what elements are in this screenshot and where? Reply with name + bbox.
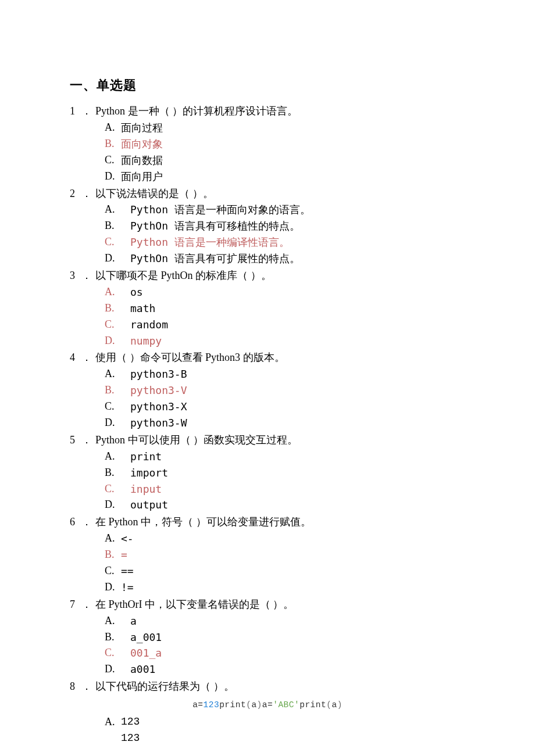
option: A.python3-B	[70, 366, 465, 382]
option-text: ==	[121, 563, 465, 579]
question: 8．以下代码的运行结果为（ ）。a=123print(a)a='ABC'prin…	[70, 679, 465, 746]
question-number: 1	[70, 103, 81, 120]
option-label: A.	[105, 366, 130, 382]
question-dot: ．	[81, 679, 95, 695]
question-line: 4．使用（ ）命令可以查看 Python3 的版本。	[70, 350, 465, 366]
question: 6．在 Python 中，符号（ ）可以给变量进行赋值。A.<-B.=C.==D…	[70, 514, 465, 595]
question-line: 1．Python 是一种（ ）的计算机程序设计语言。	[70, 103, 465, 120]
option-label: A.	[105, 202, 130, 218]
option-label: A.	[105, 284, 130, 300]
option: D.numpy	[70, 333, 465, 349]
option: A.os	[70, 284, 465, 300]
question-number: 4	[70, 350, 81, 366]
option-subline: 123	[70, 730, 465, 747]
question: 7．在 PythOrI 中，以下变量名错误的是（ ）。A.aB.a_001C.0…	[70, 597, 465, 678]
option: D.面向用户	[70, 169, 465, 185]
option-text: =	[121, 547, 465, 563]
option: D.PythOn 语言具有可扩展性的特点。	[70, 250, 465, 267]
option-text: Python 语言是一种面向对象的语言。	[130, 202, 465, 218]
option: A.面向过程	[70, 120, 465, 136]
option-text: input	[130, 481, 465, 497]
question-stem: 在 Python 中，符号（ ）可以给变量进行赋值。	[95, 514, 465, 531]
option: B.=	[70, 547, 465, 563]
option-label: C.	[105, 234, 130, 250]
option: A.<-	[70, 531, 465, 547]
option: B.import	[70, 465, 465, 481]
section-heading: 一、单选题	[70, 76, 465, 95]
option-label: D.	[105, 579, 121, 596]
question-stem: 以下说法错误的是（ ）。	[95, 186, 465, 202]
question-dot: ．	[81, 103, 95, 120]
questions-list: 1．Python 是一种（ ）的计算机程序设计语言。A.面向过程B.面向对象C.…	[70, 103, 465, 746]
question-stem: 在 PythOrI 中，以下变量名错误的是（ ）。	[95, 597, 465, 613]
option: C.001_a	[70, 645, 465, 661]
option: C.input	[70, 481, 465, 497]
option: B.math	[70, 300, 465, 317]
option-label: D.	[105, 497, 130, 513]
option-text: import	[130, 465, 465, 481]
question-stem: Python 中可以使用（ ）函数实现交互过程。	[95, 432, 465, 449]
option-text: 面向过程	[121, 120, 465, 136]
question: 4．使用（ ）命令可以查看 Python3 的版本。A.python3-BB.p…	[70, 350, 465, 431]
option-text: PythOn 语言具有可移植性的特点。	[130, 218, 465, 234]
option-text: a_001	[130, 629, 465, 646]
option-label: B.	[105, 547, 121, 563]
option-label: D.	[105, 169, 121, 185]
question: 2．以下说法错误的是（ ）。A.Python 语言是一种面向对象的语言。B.Py…	[70, 186, 465, 267]
question-line: 6．在 Python 中，符号（ ）可以给变量进行赋值。	[70, 514, 465, 531]
question-dot: ．	[81, 597, 95, 613]
option-text: !=	[121, 579, 465, 596]
option-text: python3-X	[130, 399, 465, 415]
question-number: 7	[70, 597, 81, 613]
option-text: 面向对象	[121, 136, 465, 152]
option-text: numpy	[130, 333, 465, 349]
option-label: B.	[105, 218, 130, 234]
option: B.面向对象	[70, 136, 465, 152]
question: 3．以下哪项不是 PythOn 的标准库（ ）。A.osB.mathC.rand…	[70, 268, 465, 349]
option: C.面向数据	[70, 152, 465, 169]
option-label: B.	[105, 465, 130, 481]
question-line: 8．以下代码的运行结果为（ ）。	[70, 679, 465, 695]
option: A.123	[70, 714, 465, 730]
question-dot: ．	[81, 514, 95, 531]
option-label: D.	[105, 250, 130, 267]
option-label: A.	[105, 449, 130, 465]
option-label: C.	[105, 645, 130, 661]
option-label: C.	[105, 399, 130, 415]
question-dot: ．	[81, 350, 95, 366]
option-text: PythOn 语言具有可扩展性的特点。	[130, 250, 465, 267]
option: B.python3-V	[70, 382, 465, 399]
question: 1．Python 是一种（ ）的计算机程序设计语言。A.面向过程B.面向对象C.…	[70, 103, 465, 184]
option: A.print	[70, 449, 465, 465]
option-label: B.	[105, 382, 130, 399]
option-label: D.	[105, 415, 130, 431]
question-stem: 以下代码的运行结果为（ ）。	[95, 679, 465, 695]
option-label: A.	[105, 120, 121, 136]
option-label: B.	[105, 136, 121, 152]
question-dot: ．	[81, 432, 95, 449]
question-dot: ．	[81, 268, 95, 284]
question: 5．Python 中可以使用（ ）函数实现交互过程。A.printB.impor…	[70, 432, 465, 513]
question-line: 5．Python 中可以使用（ ）函数实现交互过程。	[70, 432, 465, 449]
option-label: A.	[105, 714, 121, 730]
option-text: 001_a	[130, 645, 465, 661]
question-dot: ．	[81, 186, 95, 202]
question-number: 6	[70, 514, 81, 531]
question-line: 3．以下哪项不是 PythOn 的标准库（ ）。	[70, 268, 465, 284]
option: D.python3-W	[70, 415, 465, 431]
question-number: 8	[70, 679, 81, 695]
question-number: 2	[70, 186, 81, 202]
option-text: math	[130, 300, 465, 317]
option-label: C.	[105, 563, 121, 579]
option-text: a001	[130, 661, 465, 678]
option-label: D.	[105, 333, 130, 349]
option-text: output	[130, 497, 465, 513]
option: A.Python 语言是一种面向对象的语言。	[70, 202, 465, 218]
option-text: python3-W	[130, 415, 465, 431]
option-text: 面向用户	[121, 169, 465, 185]
option: D.a001	[70, 661, 465, 678]
option-label: B.	[105, 300, 130, 317]
option-label: A.	[105, 531, 121, 547]
option: B.a_001	[70, 629, 465, 646]
option: C.random	[70, 317, 465, 333]
